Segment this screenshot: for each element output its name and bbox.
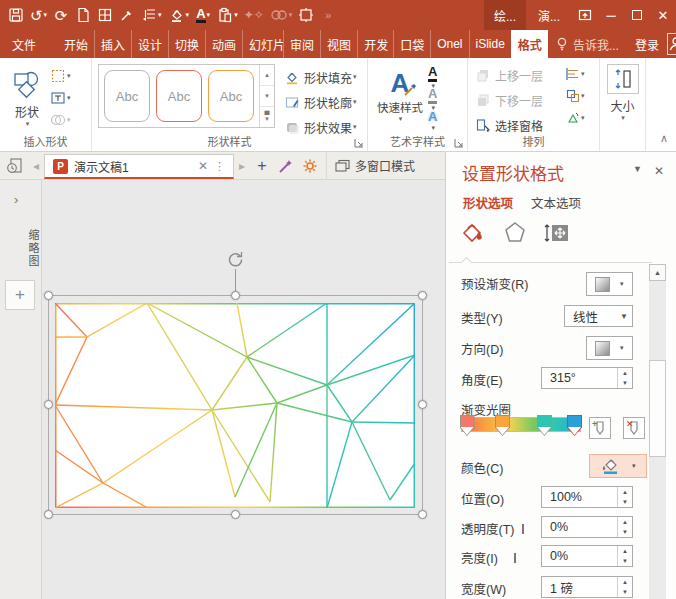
resize-handle-nw[interactable] <box>44 291 53 300</box>
paragraph-indent-icon[interactable]: ▾ <box>139 3 164 27</box>
spin-down-icon[interactable]: ▼ <box>618 527 632 537</box>
resize-handle-se[interactable] <box>418 510 427 519</box>
effects-icon[interactable] <box>502 220 528 246</box>
tab-text-options[interactable]: 文本选项 <box>531 193 581 212</box>
resize-handle-ne[interactable] <box>418 291 427 300</box>
bring-forward-button[interactable]: 上移一层▾ <box>474 64 566 86</box>
sign-in-button[interactable]: 登录 <box>627 30 667 58</box>
close-icon[interactable]: ✕ <box>650 0 676 30</box>
stop-color-dropdown[interactable]: ▾ <box>589 454 647 478</box>
align-button[interactable]: ▾ <box>566 65 598 83</box>
gradient-stop-3[interactable] <box>537 415 552 436</box>
menu-tab-file[interactable]: 文件 <box>0 30 48 58</box>
menu-tab-view[interactable]: 视图 <box>320 30 357 58</box>
brightness-slider[interactable] <box>514 553 516 563</box>
menu-tab-onelink[interactable]: Onel <box>430 30 468 58</box>
gradient-angle-input[interactable]: 315°▲▼ <box>541 367 633 389</box>
size-button[interactable]: 大小 ▾ <box>600 58 645 122</box>
brightness-input[interactable]: 0%▲▼ <box>541 545 633 567</box>
close-tab-icon[interactable]: ✕ <box>198 159 208 173</box>
dialog-launcher-icon[interactable] <box>354 138 364 148</box>
animation-box-icon[interactable] <box>296 3 316 27</box>
transparency-input[interactable]: 0%▲▼ <box>541 516 633 538</box>
gradient-type-select[interactable]: 线性▼ <box>564 305 633 327</box>
spin-down-icon[interactable]: ▼ <box>618 556 632 566</box>
maximize-icon[interactable] <box>624 0 650 30</box>
spin-up-icon[interactable]: ▲ <box>618 517 632 527</box>
text-box-button[interactable]: ▾ <box>50 88 88 108</box>
spinner-buttons[interactable]: ▲▼ <box>617 546 632 566</box>
transparency-slider[interactable] <box>522 524 524 534</box>
preset-gradient-dropdown[interactable]: ▾ <box>586 272 633 296</box>
gradient-direction-dropdown[interactable]: ▾ <box>586 336 633 360</box>
more-commands-icon[interactable]: » <box>318 3 338 27</box>
menu-tab-format[interactable]: 格式 <box>511 30 548 58</box>
quick-styles-button[interactable]: A 快速样式 ▾ <box>372 62 428 127</box>
eyedropper-icon[interactable] <box>117 3 137 27</box>
text-outline-button[interactable]: A▾ <box>428 87 437 105</box>
shape-style-option-2[interactable]: Abc <box>156 70 202 122</box>
tell-me-box[interactable]: 告诉我... <box>548 30 627 58</box>
document-history-icon[interactable] <box>0 152 28 179</box>
dialog-launcher-icon[interactable] <box>454 138 464 148</box>
settings-gear-icon[interactable] <box>298 152 322 179</box>
size-properties-icon[interactable] <box>544 221 570 245</box>
shape-style-option-1[interactable]: Abc <box>104 70 150 122</box>
grid-view-icon[interactable] <box>95 3 115 27</box>
resize-handle-s[interactable] <box>231 510 240 519</box>
tab-shape-options[interactable]: 形状选项 <box>463 193 513 212</box>
gradient-stop-2[interactable] <box>495 415 510 436</box>
tab-scroll-right-icon[interactable]: ▸ <box>234 152 250 179</box>
minimize-icon[interactable]: ─ <box>598 0 624 30</box>
rotation-handle[interactable] <box>226 250 245 269</box>
new-tab-icon[interactable]: + <box>250 152 274 179</box>
pane-menu-icon[interactable]: ▼ <box>633 164 642 174</box>
spin-down-icon[interactable]: ▼ <box>618 378 632 388</box>
resize-handle-sw[interactable] <box>44 510 53 519</box>
undo-icon[interactable]: ↺▾ <box>28 3 49 27</box>
expand-pane-icon[interactable]: › <box>14 192 18 207</box>
fill-line-icon[interactable] <box>458 220 486 246</box>
spin-up-icon[interactable]: ▲ <box>618 368 632 378</box>
menu-tab-animations[interactable]: 动画 <box>205 30 242 58</box>
resize-handle-n[interactable] <box>231 291 240 300</box>
tab-scroll-left-icon[interactable]: ◂ <box>28 152 44 179</box>
spin-down-icon[interactable]: ▼ <box>618 587 632 597</box>
shape-fill-button[interactable]: 形状填充▾ <box>283 66 357 88</box>
resize-handle-e[interactable] <box>418 400 427 409</box>
text-fill-button[interactable]: A▾ <box>428 65 437 83</box>
resize-handle-w[interactable] <box>44 400 53 409</box>
line-width-input[interactable]: 1 磅▲▼ <box>541 576 633 598</box>
new-document-icon[interactable] <box>73 3 93 27</box>
spinner-buttons[interactable]: ▲▼ <box>617 577 632 597</box>
document-tab[interactable]: P 演示文稿1 ✕ ⋮ <box>44 154 234 179</box>
account-button[interactable] <box>667 33 676 55</box>
gradient-stops-bar[interactable] <box>461 417 581 432</box>
pane-close-icon[interactable]: ✕ <box>654 164 664 178</box>
spin-up-icon[interactable]: ▲ <box>618 487 632 497</box>
edit-shape-button[interactable]: ▾ <box>50 66 88 86</box>
gradient-stop-1[interactable] <box>460 415 475 436</box>
menu-tab-koudai[interactable]: 口袋 <box>393 30 430 58</box>
tab-options-icon[interactable]: ⋮ <box>214 160 225 173</box>
shape-outline-button[interactable]: 形状轮廓▾ <box>283 91 357 113</box>
merge-shapes-button[interactable]: ▾ <box>50 110 88 130</box>
spin-up-icon[interactable]: ▲ <box>618 546 632 556</box>
spinner-buttons[interactable]: ▲▼ <box>617 368 632 388</box>
menu-tab-review[interactable]: 审阅 <box>283 30 320 58</box>
menu-tab-home[interactable]: 开始 <box>58 30 94 58</box>
spin-down-icon[interactable]: ▼ <box>618 497 632 507</box>
font-color-icon[interactable]: A▾ <box>193 3 213 27</box>
add-gradient-stop-button[interactable]: + <box>589 417 611 439</box>
slide-shape[interactable] <box>55 303 415 508</box>
context-tab-drawing-tools[interactable]: 绘... <box>484 0 526 30</box>
scroll-up-icon[interactable]: ▲ <box>649 264 666 281</box>
text-effects-button[interactable]: A▾ <box>428 109 437 127</box>
multi-window-mode-button[interactable]: 多窗口模式 <box>326 152 423 179</box>
send-backward-button[interactable]: 下移一层▾ <box>474 89 566 111</box>
menu-tab-developer[interactable]: 开发 <box>357 30 393 58</box>
fill-color-icon[interactable]: ▾ <box>166 3 192 27</box>
group-objects-button[interactable]: ▾ <box>566 87 598 105</box>
gallery-scroll-up-icon[interactable]: ▴ <box>260 65 274 86</box>
menu-tab-insert[interactable]: 插入 <box>94 30 131 58</box>
